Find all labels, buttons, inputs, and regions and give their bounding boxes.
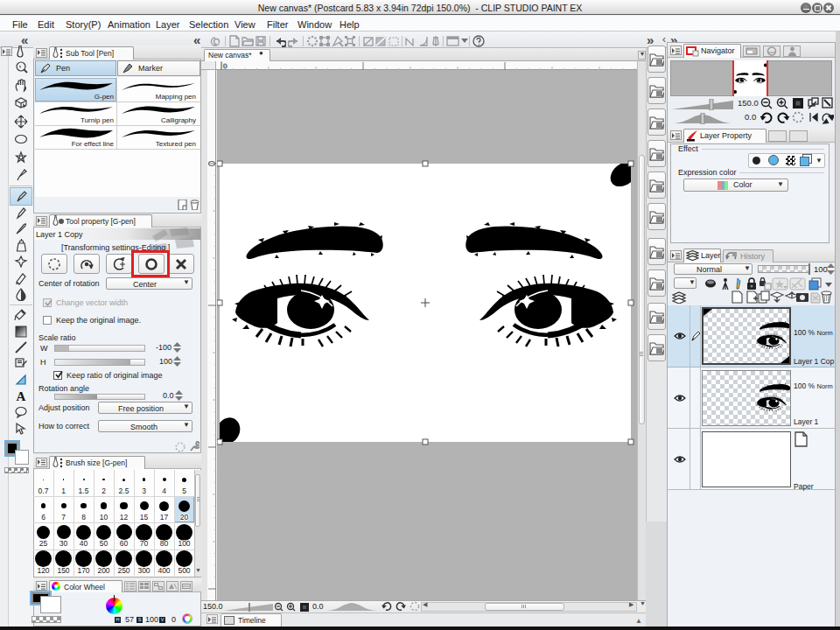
svg-text:A: A — [17, 389, 26, 403]
svg-text:0: 0 — [223, 62, 228, 70]
